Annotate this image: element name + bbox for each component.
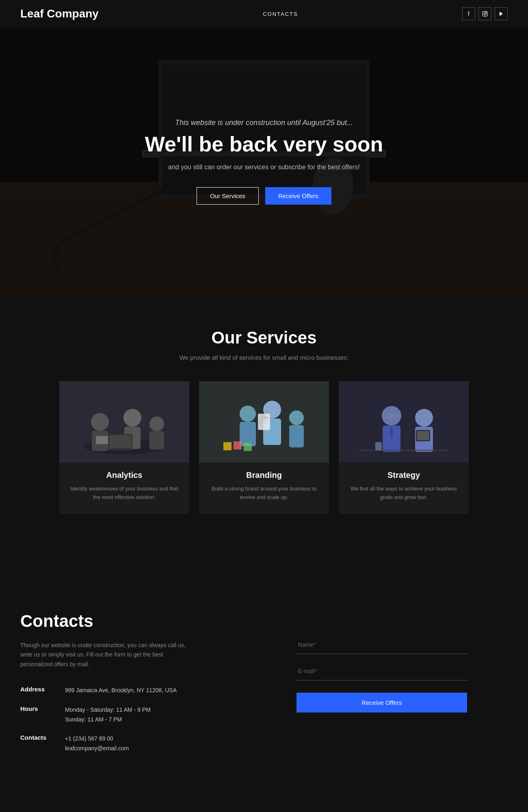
receive-offers-hero-button[interactable]: Receive Offers — [265, 187, 331, 205]
svg-point-1 — [484, 13, 486, 15]
svg-rect-0 — [483, 11, 487, 16]
address-row: Address 999 Jamaica Ave, Brooklyn, NY 11… — [20, 686, 264, 695]
service-card-analytics: Analytics Identify weaknesses of your bu… — [59, 381, 189, 514]
strategy-service-desc: We find all the ways to achieve your bus… — [348, 485, 459, 502]
svg-point-37 — [382, 406, 401, 425]
svg-rect-20 — [109, 435, 131, 448]
branding-service-name: Branding — [206, 471, 322, 480]
hero-buttons: Our Services Receive Offers — [145, 187, 383, 205]
logo: Leaf Company — [20, 7, 99, 20]
email-input[interactable] — [296, 662, 467, 680]
services-section: Our Services We provide all kind of serv… — [0, 296, 528, 555]
svg-rect-24 — [240, 422, 256, 446]
svg-point-13 — [91, 413, 109, 431]
contacts-contact-value: +1 (234) 567 89 00 leafcompany@email.com — [65, 734, 129, 754]
svg-rect-33 — [223, 442, 232, 450]
analytics-service-desc: Identify weaknesses of your business and… — [69, 485, 180, 502]
instagram-icon[interactable] — [478, 7, 491, 20]
hours-value: Monday - Saturday: 11 AM - 9 PM Sunday: … — [65, 705, 151, 725]
svg-rect-34 — [234, 441, 242, 449]
strategy-service-name: Strategy — [345, 471, 462, 480]
hours-label: Hours — [20, 705, 53, 725]
svg-rect-35 — [244, 443, 252, 451]
email-address: leafcompany@email.com — [65, 745, 129, 752]
branding-service-desc: Build a strong brand around your busines… — [209, 485, 319, 502]
name-input[interactable] — [296, 636, 467, 654]
main-nav: CONTACTS — [263, 10, 298, 17]
svg-rect-21 — [96, 436, 108, 444]
hours-row: Hours Monday - Saturday: 11 AM - 9 PM Su… — [20, 705, 264, 725]
svg-point-40 — [415, 409, 433, 427]
receive-offers-form-button[interactable]: Receive Offers — [296, 693, 467, 713]
contacts-contacts-label: Contacts — [20, 734, 53, 754]
hero-title: We'll be back very soon — [145, 132, 383, 156]
svg-rect-29 — [258, 414, 270, 430]
our-services-button[interactable]: Our Services — [197, 187, 259, 205]
strategy-image — [339, 381, 469, 462]
contacts-info: Contacts Though our website is under con… — [20, 611, 264, 763]
header: Leaf Company CONTACTS f — [0, 0, 528, 28]
svg-rect-43 — [417, 431, 429, 440]
svg-rect-18 — [149, 431, 164, 449]
contacts-section: Contacts Though our website is under con… — [0, 579, 528, 804]
address-value: 999 Jamaica Ave, Brooklyn, NY 11208, USA — [65, 686, 177, 695]
svg-point-15 — [123, 409, 141, 427]
svg-point-2 — [486, 12, 487, 13]
service-card-strategy: Strategy We find all the ways to achieve… — [339, 381, 469, 514]
nav-contacts[interactable]: CONTACTS — [263, 11, 298, 17]
analytics-image — [59, 381, 189, 462]
contacts-intro: Though our website is under construction… — [20, 641, 191, 669]
contacts-title: Contacts — [20, 611, 264, 631]
hero-section: This website is under construction until… — [0, 28, 528, 296]
facebook-icon[interactable]: f — [462, 7, 475, 20]
hero-description: and you still can order our services or … — [145, 164, 383, 171]
svg-marker-3 — [500, 12, 503, 16]
spacer — [0, 555, 528, 579]
svg-point-17 — [149, 417, 164, 431]
svg-rect-28 — [289, 425, 304, 447]
hero-subtitle: This website is under construction until… — [145, 119, 383, 127]
contacts-form: Receive Offers — [296, 611, 467, 763]
services-subtitle: We provide all kind of services for smal… — [20, 354, 508, 361]
svg-point-23 — [240, 406, 256, 422]
contacts-row: Contacts +1 (234) 567 89 00 leafcompany@… — [20, 734, 264, 754]
phone-number: +1 (234) 567 89 00 — [65, 735, 113, 742]
service-card-branding: Branding Build a strong brand around you… — [199, 381, 329, 514]
hero-content: This website is under construction until… — [145, 119, 383, 205]
youtube-icon[interactable] — [495, 7, 508, 20]
social-icons: f — [462, 7, 508, 20]
branding-image — [199, 381, 329, 462]
services-grid: Analytics Identify weaknesses of your bu… — [20, 381, 508, 514]
address-label: Address — [20, 686, 53, 695]
svg-point-27 — [289, 410, 304, 425]
svg-rect-48 — [375, 442, 382, 450]
services-title: Our Services — [20, 328, 508, 348]
analytics-service-name: Analytics — [66, 471, 183, 480]
